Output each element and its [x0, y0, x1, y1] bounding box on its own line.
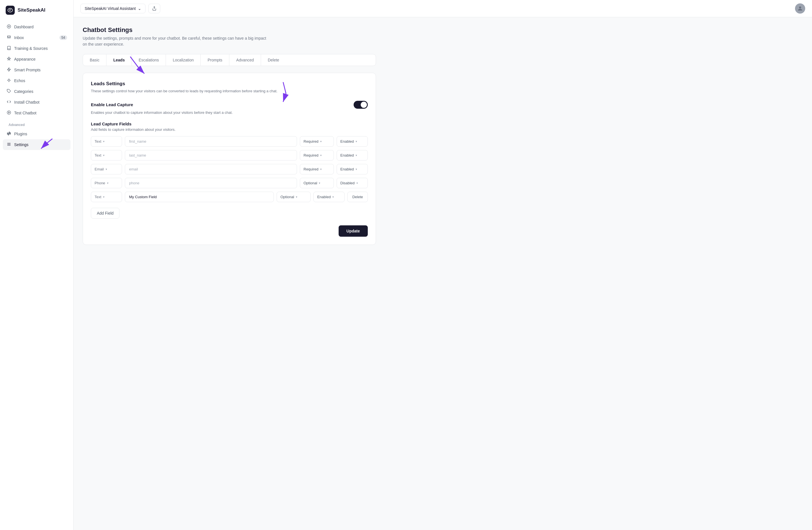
field-row-email: Email ▾ Required ▾ Enabled ▾: [91, 164, 368, 174]
settings-tabs: Basic Leads Escalations Localization Pro…: [83, 54, 376, 66]
field-enabled-email[interactable]: Enabled ▾: [337, 164, 368, 174]
delete-custom-field-button[interactable]: Delete: [347, 192, 368, 202]
tab-leads[interactable]: Leads: [106, 54, 132, 66]
inbox-icon: [6, 35, 11, 40]
chatbot-selector[interactable]: SiteSpeakAI Virtual Assistant ⌄: [81, 4, 146, 13]
dashboard-icon: [6, 24, 11, 29]
field-row-phone: Phone ▾ Optional ▾ Disabled ▾: [91, 178, 368, 188]
sidebar-item-dashboard[interactable]: Dashboard: [3, 22, 71, 32]
sidebar-label-smart-prompts: Smart Prompts: [14, 68, 41, 72]
chevron-down-icon: ▾: [296, 195, 297, 199]
field-status-phone[interactable]: Optional ▾: [300, 178, 334, 188]
sidebar-item-test-chatbot[interactable]: Test Chatbot: [3, 108, 71, 118]
echos-icon: [6, 78, 11, 83]
svg-point-2: [8, 26, 9, 27]
sidebar-item-training[interactable]: Training & Sources: [3, 43, 71, 54]
field-type-last-name[interactable]: Text ▾: [91, 150, 122, 160]
update-button[interactable]: Update: [338, 225, 368, 237]
field-type-custom[interactable]: Text ▾: [91, 192, 122, 202]
svg-point-6: [7, 111, 11, 114]
sidebar-item-install-chatbot[interactable]: Install Chatbot: [3, 97, 71, 108]
tab-escalations[interactable]: Escalations: [132, 54, 166, 66]
sidebar-label-categories: Categories: [14, 89, 33, 94]
toggle-knob: [361, 102, 367, 108]
field-status-last-name[interactable]: Required ▾: [300, 150, 334, 160]
svg-marker-7: [9, 112, 10, 113]
training-icon: [6, 46, 11, 51]
install-chatbot-icon: [6, 100, 11, 105]
field-type-first-name[interactable]: Text ▾: [91, 136, 122, 147]
field-status-first-name-value: Required: [304, 139, 319, 144]
field-name-last-name[interactable]: [125, 150, 297, 160]
enable-lead-capture-row: Enable Lead Capture: [91, 101, 368, 109]
tab-localization[interactable]: Localization: [166, 54, 201, 66]
tab-prompts[interactable]: Prompts: [201, 54, 229, 66]
sidebar-label-install-chatbot: Install Chatbot: [14, 100, 40, 104]
chevron-down-icon: ▾: [356, 168, 357, 171]
sidebar-nav: Dashboard Inbox 54 Training & Sources Ap…: [0, 22, 73, 524]
sidebar: SiteSpeakAI Dashboard Inbox 54 Training …: [0, 0, 74, 530]
svg-marker-3: [7, 68, 10, 71]
share-button[interactable]: [148, 4, 160, 13]
sidebar-item-categories[interactable]: Categories: [3, 86, 71, 97]
field-row-last-name: Text ▾ Required ▾ Enabled ▾: [91, 150, 368, 160]
smart-prompts-icon: [6, 67, 11, 72]
chevron-down-icon: ▾: [319, 182, 320, 185]
leads-settings-desc: These settings control how your visitors…: [91, 88, 368, 94]
field-name-phone[interactable]: [125, 178, 297, 188]
lead-capture-fields-desc: Add fields to capture information about …: [91, 127, 368, 132]
test-chatbot-icon: [6, 111, 11, 115]
app-name: SiteSpeakAI: [17, 8, 45, 13]
field-status-phone-value: Optional: [304, 181, 317, 185]
field-type-email-value: Email: [95, 167, 104, 171]
sidebar-item-appearance[interactable]: Appearance: [3, 54, 71, 65]
sidebar-item-echos[interactable]: Echos: [3, 75, 71, 86]
field-enabled-phone-value: Disabled: [340, 181, 355, 185]
inbox-badge: 54: [59, 35, 67, 40]
chevron-down-icon: ▾: [107, 182, 108, 185]
sidebar-item-settings[interactable]: Settings: [3, 139, 71, 150]
sidebar-item-smart-prompts[interactable]: Smart Prompts: [3, 65, 71, 75]
chatbot-selector-name: SiteSpeakAI Virtual Assistant: [85, 6, 135, 11]
field-type-email[interactable]: Email ▾: [91, 164, 122, 174]
enable-lead-capture-toggle[interactable]: [353, 101, 368, 109]
field-enabled-last-name-value: Enabled: [340, 153, 354, 157]
field-status-first-name[interactable]: Required ▾: [300, 136, 334, 147]
sidebar-label-training: Training & Sources: [14, 46, 48, 51]
field-enabled-email-value: Enabled: [340, 167, 354, 171]
user-avatar[interactable]: [795, 3, 805, 14]
sidebar-item-inbox[interactable]: Inbox 54: [3, 32, 71, 43]
field-status-last-name-value: Required: [304, 153, 319, 157]
field-enabled-custom[interactable]: Enabled ▾: [314, 192, 345, 202]
chevron-down-icon: ▾: [320, 140, 322, 143]
field-name-custom[interactable]: [125, 192, 274, 202]
svg-point-1: [7, 25, 11, 28]
chevron-down-icon: ▾: [320, 154, 322, 157]
tab-delete[interactable]: Delete: [261, 54, 286, 66]
page-description: Update the settings, prompts and more fo…: [83, 35, 270, 47]
field-status-email[interactable]: Required ▾: [300, 164, 334, 174]
field-name-email[interactable]: [125, 164, 297, 174]
chevron-down-icon: ▾: [103, 195, 104, 199]
settings-icon: [6, 142, 11, 147]
tab-basic[interactable]: Basic: [83, 54, 106, 66]
add-field-button[interactable]: Add Field: [91, 208, 119, 218]
sidebar-item-plugins[interactable]: Plugins: [3, 129, 71, 139]
tab-advanced[interactable]: Advanced: [229, 54, 261, 66]
chevron-down-icon: ▾: [332, 195, 334, 199]
field-enabled-last-name[interactable]: Enabled ▾: [337, 150, 368, 160]
topbar-left: SiteSpeakAI Virtual Assistant ⌄: [81, 4, 160, 13]
page-title: Chatbot Settings: [83, 26, 376, 34]
chevron-down-icon: ▾: [103, 140, 104, 143]
field-type-first-name-value: Text: [95, 139, 101, 144]
field-enabled-phone[interactable]: Disabled ▾: [337, 178, 368, 188]
svg-point-4: [8, 79, 10, 81]
sidebar-label-dashboard: Dashboard: [14, 25, 34, 29]
field-status-custom[interactable]: Optional ▾: [277, 192, 310, 202]
field-name-first-name[interactable]: [125, 136, 297, 147]
field-enabled-first-name[interactable]: Enabled ▾: [337, 136, 368, 147]
sidebar-label-inbox: Inbox: [14, 35, 24, 40]
field-type-phone[interactable]: Phone ▾: [91, 178, 122, 188]
field-enabled-custom-value: Enabled: [317, 195, 331, 199]
chevron-down-icon: ▾: [106, 168, 107, 171]
